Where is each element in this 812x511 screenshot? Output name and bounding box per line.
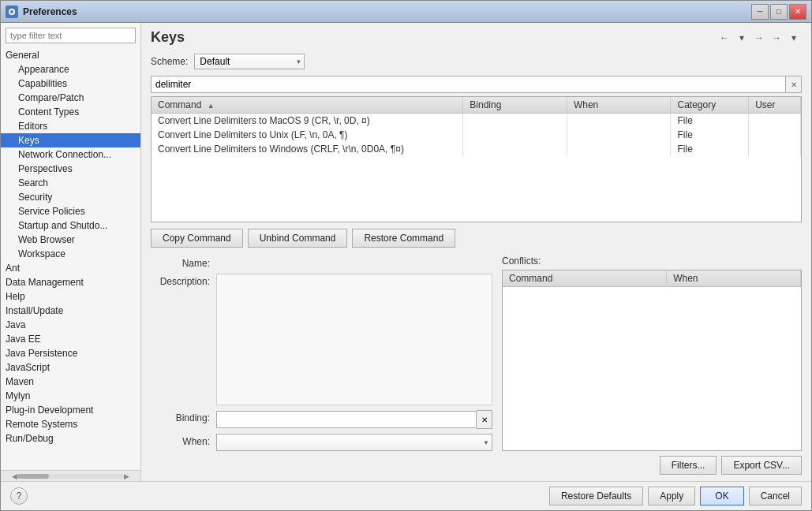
when-select-wrap <box>216 434 492 451</box>
forward2-icon[interactable]: → <box>769 30 784 46</box>
sidebar-item-plug-in-development[interactable]: Plug-in Development <box>1 403 140 417</box>
when-label: When: <box>151 434 210 447</box>
copy-command-button[interactable]: Copy Command <box>151 229 243 248</box>
close-button[interactable]: ✕ <box>789 4 806 20</box>
sidebar-item-service-policies[interactable]: Service Policies <box>1 204 140 218</box>
dropdown-icon[interactable]: ▾ <box>734 30 750 46</box>
cell-user <box>749 142 801 156</box>
window-controls: ─ □ ✕ <box>751 4 806 20</box>
ok-button[interactable]: OK <box>700 487 743 505</box>
sidebar-item-java-persistence[interactable]: Java Persistence <box>1 346 140 360</box>
conflicts-col-when[interactable]: When <box>667 270 801 287</box>
bottom-left: ? <box>10 487 28 505</box>
sidebar-item-workspace[interactable]: Workspace <box>1 247 140 261</box>
minimize-button[interactable]: ─ <box>751 4 769 20</box>
binding-input-wrap: ✕ <box>216 410 492 429</box>
window-title: Preferences <box>23 6 747 17</box>
description-label: Description: <box>151 274 210 405</box>
conflicts-table: Command When <box>503 270 801 287</box>
help-button[interactable]: ? <box>10 487 28 505</box>
sidebar-item-editors[interactable]: Editors <box>1 119 140 133</box>
binding-input[interactable] <box>216 411 477 428</box>
cell-binding <box>463 142 567 156</box>
table-row[interactable]: Convert Line Delimiters to MacOS 9 (CR, … <box>152 114 801 129</box>
sidebar-item-content-types[interactable]: Content Types <box>1 105 140 119</box>
sidebar-item-install-update[interactable]: Install/Update <box>1 304 140 318</box>
sidebar-item-compare-patch[interactable]: Compare/Patch <box>1 91 140 105</box>
cell-command: Convert Line Delimiters to Unix (LF, \n,… <box>152 128 463 142</box>
conflicts-label: Conflicts: <box>502 255 802 267</box>
cell-when <box>567 128 671 142</box>
panel-header: Keys ← ▾ → → ▾ <box>151 29 802 46</box>
sidebar-item-ant[interactable]: Ant <box>1 261 140 275</box>
sidebar-item-data-management[interactable]: Data Management <box>1 275 140 289</box>
scroll-left-btn[interactable]: ◀ <box>12 472 17 480</box>
header-icons: ← ▾ → → ▾ <box>717 30 802 46</box>
sidebar-item-java-ee[interactable]: Java EE <box>1 332 140 346</box>
scheme-select[interactable]: Default Emacs <box>194 54 305 69</box>
table-row[interactable]: Convert Line Delimiters to Unix (LF, \n,… <box>152 128 801 142</box>
scrollbar-thumb[interactable] <box>17 474 49 479</box>
forward-icon[interactable]: → <box>751 30 767 46</box>
details-right: Conflicts: Command When <box>502 255 802 451</box>
back-icon[interactable]: ← <box>717 30 732 46</box>
cell-user <box>749 128 801 142</box>
panel-title: Keys <box>151 29 185 46</box>
sidebar-item-perspectives[interactable]: Perspectives <box>1 162 140 176</box>
maximize-button[interactable]: □ <box>770 4 788 20</box>
restore-command-button[interactable]: Restore Command <box>352 229 455 248</box>
name-field-row: Name: <box>151 255 492 269</box>
binding-clear-button[interactable]: ✕ <box>477 410 492 429</box>
table-row[interactable]: Convert Line Delimiters to Windows (CRLF… <box>152 142 801 156</box>
conflicts-col-command[interactable]: Command <box>503 270 667 287</box>
cell-category: File <box>671 114 749 129</box>
when-select[interactable] <box>216 434 492 451</box>
sidebar-item-maven[interactable]: Maven <box>1 375 140 389</box>
sidebar-item-java[interactable]: Java <box>1 318 140 332</box>
sidebar-item-keys[interactable]: Keys <box>1 133 140 147</box>
sidebar-item-capabilities[interactable]: Capabilities <box>1 76 140 91</box>
apply-button[interactable]: Apply <box>648 487 695 505</box>
sidebar-item-help[interactable]: Help <box>1 289 140 304</box>
cell-command: Convert Line Delimiters to MacOS 9 (CR, … <box>152 114 463 129</box>
menu-icon[interactable]: ▾ <box>786 30 802 46</box>
cell-when <box>567 142 671 156</box>
cell-command: Convert Line Delimiters to Windows (CRLF… <box>152 142 463 156</box>
description-value <box>216 274 492 405</box>
search-input[interactable] <box>151 76 786 93</box>
sidebar-item-network-connections[interactable]: Network Connection... <box>1 147 140 162</box>
col-user[interactable]: User <box>749 97 801 114</box>
scroll-right-btn[interactable]: ▶ <box>124 472 129 480</box>
search-clear-button[interactable]: ✕ <box>786 76 802 93</box>
sidebar-item-remote-systems[interactable]: Remote Systems <box>1 417 140 431</box>
scheme-row: Scheme: Default Emacs <box>151 54 802 69</box>
horizontal-scrollbar[interactable]: ◀ ▶ <box>1 470 140 481</box>
sidebar-item-security[interactable]: Security <box>1 190 140 204</box>
cancel-button[interactable]: Cancel <box>749 487 802 505</box>
col-when[interactable]: When <box>567 97 671 114</box>
export-csv-button[interactable]: Export CSV... <box>721 456 802 475</box>
restore-defaults-button[interactable]: Restore Defaults <box>549 487 643 505</box>
sidebar-item-search[interactable]: Search <box>1 176 140 190</box>
col-category[interactable]: Category <box>671 97 749 114</box>
unbind-command-button[interactable]: Unbind Command <box>248 229 348 248</box>
sidebar-item-run-debug[interactable]: Run/Debug <box>1 431 140 446</box>
sidebar-item-web-browser[interactable]: Web Browser <box>1 233 140 247</box>
title-bar: Preferences ─ □ ✕ <box>1 1 811 23</box>
cell-when <box>567 114 671 129</box>
description-field-row: Description: <box>151 274 492 405</box>
col-binding[interactable]: Binding <box>463 97 567 114</box>
window-icon <box>6 6 18 18</box>
sidebar-item-javascript[interactable]: JavaScript <box>1 360 140 375</box>
scheme-select-wrap: Default Emacs <box>194 54 305 69</box>
tree-view: GeneralAppearanceCapabilitiesCompare/Pat… <box>1 48 140 470</box>
sidebar-item-startup[interactable]: Startup and Shutdo... <box>1 218 140 233</box>
filters-button[interactable]: Filters... <box>660 456 717 475</box>
col-command[interactable]: Command ▲ <box>152 97 463 114</box>
filter-input[interactable] <box>6 28 136 43</box>
keys-table-wrap: Command ▲ Binding When Category User Con… <box>151 96 802 222</box>
sidebar-item-appearance[interactable]: Appearance <box>1 62 140 76</box>
sidebar-item-mylyn[interactable]: Mylyn <box>1 389 140 403</box>
right-panel: Keys ← ▾ → → ▾ Scheme: Default Emacs <box>141 23 811 481</box>
sidebar-item-general[interactable]: General <box>1 48 140 62</box>
